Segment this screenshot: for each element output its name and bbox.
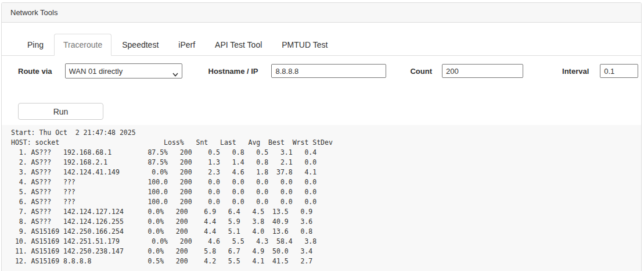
count-label: Count bbox=[410, 67, 432, 76]
tab-pmtud-test[interactable]: PMTUD Test bbox=[272, 34, 337, 56]
interval-input[interactable] bbox=[600, 64, 638, 78]
tool-tabs: Ping Traceroute Speedtest iPerf API Test… bbox=[2, 34, 641, 56]
count-input[interactable] bbox=[442, 64, 523, 78]
panel-title: Network Tools bbox=[10, 8, 57, 17]
tab-speedtest[interactable]: Speedtest bbox=[113, 34, 168, 56]
hostname-label: Hostname / IP bbox=[208, 67, 258, 76]
panel-body: Ping Traceroute Speedtest iPerf API Test… bbox=[2, 23, 641, 271]
route-via-select[interactable]: WAN 01 directly bbox=[65, 63, 182, 79]
interval-label: Interval bbox=[562, 67, 589, 76]
tab-traceroute[interactable]: Traceroute bbox=[54, 34, 111, 56]
run-button[interactable]: Run bbox=[18, 103, 103, 120]
tab-ping[interactable]: Ping bbox=[18, 34, 53, 56]
traceroute-form: Route via WAN 01 directly Hostname / IP … bbox=[18, 62, 641, 80]
route-via-label: Route via bbox=[18, 67, 52, 76]
network-tools-panel: Network Tools Ping Traceroute Speedtest … bbox=[1, 2, 642, 271]
panel-header: Network Tools bbox=[2, 3, 641, 23]
tab-api-test-tool[interactable]: API Test Tool bbox=[206, 34, 271, 56]
hostname-input[interactable] bbox=[271, 64, 386, 78]
route-via-select-wrap: WAN 01 directly bbox=[65, 63, 182, 79]
tab-iperf[interactable]: iPerf bbox=[169, 34, 204, 56]
traceroute-output: Start: Thu Oct 2 21:47:48 2025 HOST: soc… bbox=[2, 125, 641, 271]
